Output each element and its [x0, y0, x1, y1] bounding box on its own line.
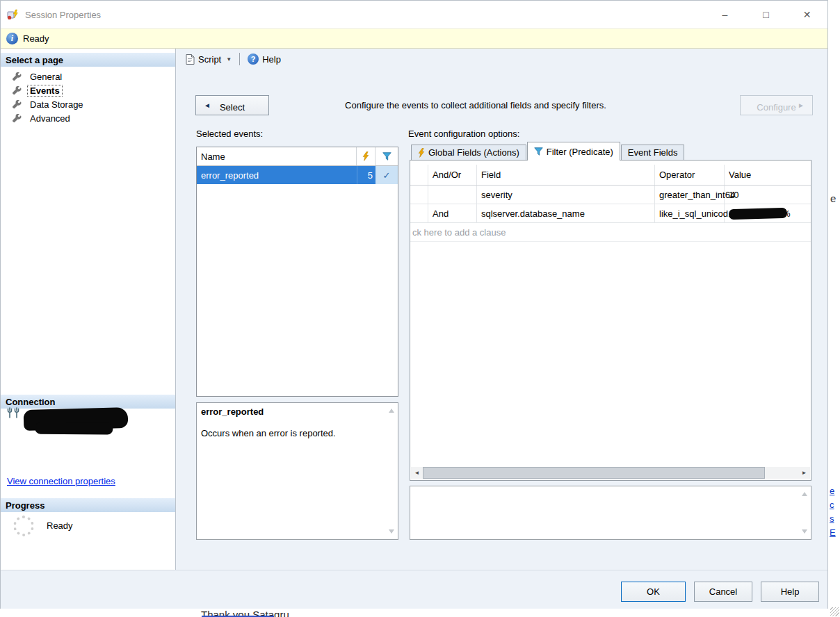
event-name-cell: error_reported: [197, 166, 357, 184]
event-configuration-label: Event configuration options:: [408, 129, 519, 139]
grid-header-field[interactable]: Field: [477, 165, 655, 185]
operator-cell[interactable]: greater_than_int64: [655, 186, 725, 204]
configure-hint-text: Configure the events to collect addition…: [302, 100, 649, 110]
tab-label: Global Fields (Actions): [428, 147, 519, 158]
cancel-button[interactable]: Cancel: [694, 582, 752, 602]
sidebar-item-general[interactable]: General: [1, 69, 175, 83]
filter-column-header[interactable]: [375, 147, 398, 165]
wrench-icon: [13, 100, 22, 109]
row-selector-cell[interactable]: [410, 204, 428, 222]
tab-global-fields[interactable]: Global Fields (Actions): [411, 145, 526, 160]
value-cell[interactable]: 10: [725, 186, 811, 204]
scroll-left-icon[interactable]: ◄: [411, 467, 423, 479]
wrench-icon: [13, 86, 22, 95]
background-link-fragment: E: [830, 527, 836, 538]
progress-status: Ready: [47, 520, 73, 531]
help-icon: ?: [248, 54, 259, 65]
scrollbar-thumb[interactable]: [423, 467, 765, 479]
operator-cell[interactable]: like_i_sql_unicod...: [655, 204, 725, 222]
sidebar-item-data-storage[interactable]: Data Storage: [1, 97, 175, 111]
filter-predicate-panel: And/Or Field Operator Value severity gre…: [410, 160, 811, 481]
select-a-page-header: Select a page: [1, 53, 175, 67]
progress-spinner-icon: [13, 516, 34, 536]
scroll-down-icon[interactable]: [389, 529, 394, 534]
help-button[interactable]: Help: [761, 582, 819, 602]
background-text-fragment: e: [830, 192, 836, 204]
toolbar-separator: [239, 53, 240, 65]
window-controls: – □ ✕: [704, 1, 827, 28]
filter-clause-row[interactable]: And sqlserver.database_name like_i_sql_u…: [410, 204, 811, 223]
filter-clause-row[interactable]: severity greater_than_int64 10: [410, 186, 811, 204]
scroll-up-icon[interactable]: [802, 492, 807, 496]
session-properties-dialog: Session Properties – □ ✕ i Ready Select …: [0, 0, 828, 609]
sidebar-item-events[interactable]: Events: [1, 83, 175, 97]
tab-event-fields[interactable]: Event Fields: [621, 145, 685, 160]
sidebar-item-label: Data Storage: [28, 99, 86, 110]
help-label: Help: [262, 54, 281, 65]
add-clause-hint[interactable]: ck here to add a clause: [410, 223, 811, 242]
check-icon: ✓: [375, 166, 398, 184]
andor-cell[interactable]: [428, 186, 477, 204]
event-description-title: error_reported: [201, 406, 384, 417]
lightning-column-header[interactable]: [357, 147, 375, 165]
grid-horizontal-scrollbar[interactable]: ◄ ►: [411, 467, 810, 479]
view-connection-properties-link[interactable]: View connection properties: [7, 476, 115, 486]
scroll-up-icon[interactable]: [389, 409, 394, 413]
title-bar: Session Properties – □ ✕: [1, 1, 827, 28]
row-selector-header: [410, 165, 428, 185]
ok-button[interactable]: OK: [621, 582, 686, 602]
filter-grid-header-row: And/Or Field Operator Value: [410, 165, 811, 186]
value-cell[interactable]: %: [725, 204, 811, 222]
minimize-button[interactable]: –: [704, 1, 745, 28]
close-button[interactable]: ✕: [786, 1, 827, 28]
script-button[interactable]: Script ▼: [182, 53, 235, 66]
selected-events-label: Selected events:: [196, 129, 263, 139]
select-button-label: Select: [220, 102, 245, 113]
connection-header: Connection: [1, 395, 175, 409]
name-column-header[interactable]: Name: [197, 147, 357, 165]
predicate-text-box[interactable]: [410, 486, 811, 540]
event-row-error-reported[interactable]: error_reported 5 ✓: [197, 166, 398, 184]
grid-header-operator[interactable]: Operator: [655, 165, 725, 185]
scrollbar-track[interactable]: [423, 467, 798, 479]
background-link-fragment: e: [830, 486, 834, 496]
grid-header-value[interactable]: Value: [725, 165, 811, 185]
tab-label: Filter (Predicate): [547, 147, 613, 157]
grid-header-andor[interactable]: And/Or: [428, 165, 477, 185]
field-cell[interactable]: sqlserver.database_name: [477, 204, 655, 222]
configure-button[interactable]: Configure ►: [740, 95, 813, 115]
maximize-button[interactable]: □: [745, 1, 786, 28]
filter-grid: And/Or Field Operator Value severity gre…: [410, 165, 811, 242]
connection-icon: [6, 407, 22, 418]
lightning-icon: [418, 148, 425, 158]
filter-icon: [382, 152, 391, 161]
resize-grip: [830, 607, 839, 616]
events-table-header: Name: [197, 147, 398, 166]
event-field-count-cell: 5: [357, 166, 375, 184]
redacted-value: [729, 207, 787, 219]
sidebar-item-advanced[interactable]: Advanced: [1, 111, 175, 125]
main-pane: Script ▼ ? Help ◄ Select Configure the e…: [176, 49, 827, 570]
wrench-icon: [13, 72, 22, 81]
wrench-icon: [13, 114, 22, 123]
sidebar-item-label: Events: [28, 85, 62, 96]
scroll-right-icon[interactable]: ►: [798, 467, 810, 479]
scroll-down-icon[interactable]: [802, 529, 807, 534]
script-icon: [186, 54, 195, 65]
field-cell[interactable]: severity: [477, 186, 655, 204]
progress-header: Progress: [1, 498, 175, 512]
toolbar: Script ▼ ? Help: [176, 49, 827, 69]
select-button[interactable]: ◄ Select: [195, 95, 269, 115]
event-description-panel: error_reported Occurs when an error is r…: [196, 402, 398, 540]
tab-filter-predicate[interactable]: Filter (Predicate): [527, 142, 620, 161]
script-label: Script: [198, 54, 221, 65]
connection-info: [6, 407, 128, 429]
help-toolbar-button[interactable]: ? Help: [244, 52, 284, 66]
row-selector-cell[interactable]: [410, 186, 428, 204]
background-link-fragment: s: [830, 513, 834, 524]
session-properties-icon: [7, 9, 20, 21]
andor-cell[interactable]: And: [428, 204, 477, 222]
status-text: Ready: [23, 33, 49, 44]
chevron-down-icon[interactable]: ▼: [226, 56, 232, 63]
event-description-body: Occurs when an error is reported.: [201, 428, 384, 438]
